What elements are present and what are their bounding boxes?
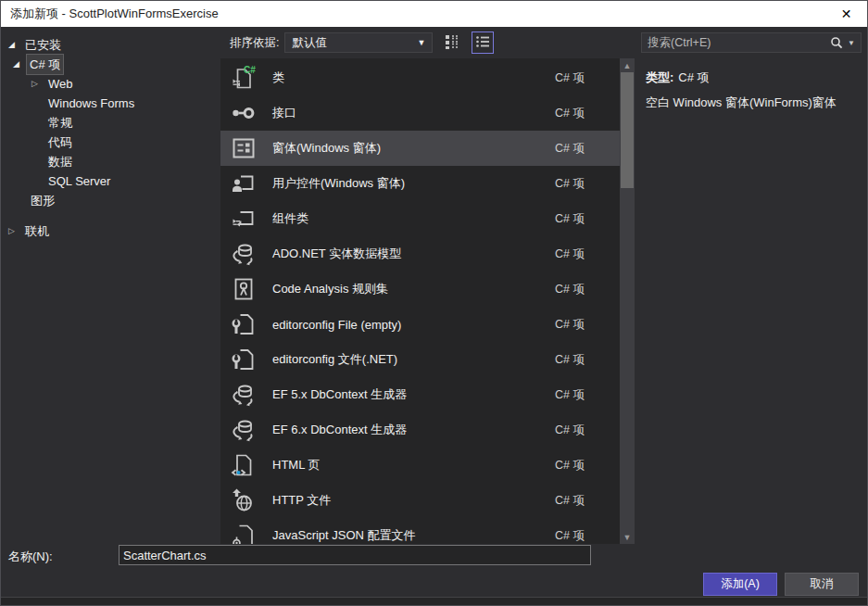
template-list-item[interactable]: editorconfig 文件(.NET)C# 项: [220, 342, 620, 377]
template-list: C# 类C# 项 接口C# 项 窗体(Windows 窗体)C# 项 用户控件(…: [220, 58, 620, 544]
template-name: Code Analysis 规则集: [272, 281, 388, 297]
interface-icon: [230, 99, 258, 127]
button-row: 添加(A) 取消: [1, 573, 867, 596]
template-name: 类: [272, 69, 284, 86]
template-name: 用户控件(Windows 窗体): [272, 175, 405, 192]
tree-item-label: C# 项: [26, 54, 64, 75]
template-list-item[interactable]: JavaScript JSON 配置文件C# 项: [220, 518, 620, 544]
close-icon[interactable]: ✕: [825, 1, 867, 27]
toolbar: 排序依据: 默认值 ▼: [220, 27, 867, 58]
template-type: C# 项: [555, 211, 585, 227]
template-list-item[interactable]: 组件类C# 项: [220, 201, 620, 236]
template-name: editorconfig 文件(.NET): [272, 351, 397, 368]
dbcontext-icon: [230, 381, 258, 409]
template-name: HTTP 文件: [272, 492, 331, 509]
csharp-class-icon: C#: [230, 64, 258, 92]
title-bar: 添加新项 - ScottPlotWinFormsExercise ✕: [1, 1, 867, 27]
search-input[interactable]: [642, 36, 830, 49]
dbcontext-icon: [230, 416, 258, 444]
template-name: ADO.NET 实体数据模型: [272, 246, 401, 262]
tree-item[interactable]: ◢C# 项: [1, 55, 220, 74]
svg-text:C#: C#: [244, 65, 256, 75]
tree-item-label: 已安装: [21, 34, 65, 56]
user-control-icon: [230, 170, 258, 197]
sort-by-dropdown[interactable]: 默认值 ▼: [284, 32, 433, 53]
name-row: 名称(N):: [1, 545, 867, 569]
tree-item[interactable]: 图形: [1, 191, 220, 210]
template-name: editorconfig File (empty): [272, 318, 401, 332]
html-page-icon: [230, 451, 258, 479]
tree-item[interactable]: SQL Server: [1, 171, 220, 191]
tree-item[interactable]: ◢已安装: [1, 35, 220, 55]
template-name: EF 6.x DbContext 生成器: [272, 422, 407, 438]
dialog-title: 添加新项 - ScottPlotWinFormsExercise: [10, 6, 219, 22]
template-list-item[interactable]: HTTP 文件C# 项: [220, 483, 620, 518]
add-new-item-dialog: 添加新项 - ScottPlotWinFormsExercise ✕ 排序依据:…: [0, 0, 868, 606]
component-icon: [230, 205, 258, 233]
tree-item[interactable]: 代码: [1, 133, 220, 152]
template-type: C# 项: [555, 352, 585, 368]
template-list-item[interactable]: editorconfig File (empty)C# 项: [220, 307, 620, 342]
template-details: 类型: C# 项 空白 Windows 窗体(WinForms)窗体: [636, 58, 867, 544]
template-list-item[interactable]: EF 6.x DbContext 生成器C# 项: [220, 412, 620, 448]
add-button[interactable]: 添加(A): [703, 573, 777, 596]
tree-item[interactable]: 常规: [1, 113, 220, 133]
template-name: EF 5.x DbContext 生成器: [272, 386, 407, 403]
template-list-item[interactable]: C# 类C# 项: [220, 60, 620, 95]
sort-by-value: 默认值: [292, 35, 327, 51]
scrollbar-thumb[interactable]: [621, 72, 634, 188]
tree-item-label: 联机: [21, 221, 53, 242]
expanded-triangle-icon[interactable]: ◢: [8, 35, 21, 55]
tree-item-label: Web: [44, 73, 77, 95]
template-type: C# 项: [555, 246, 585, 262]
template-type: C# 项: [555, 423, 585, 438]
tree-item-label: 图形: [27, 190, 58, 211]
category-tree: ◢已安装◢C# 项▷WebWindows Forms常规代码数据SQL Serv…: [1, 27, 220, 544]
template-list-item[interactable]: 窗体(Windows 窗体)C# 项: [220, 131, 620, 166]
expanded-triangle-icon[interactable]: ◢: [13, 55, 26, 74]
collapsed-triangle-icon[interactable]: ▷: [31, 74, 44, 94]
scroll-down-icon[interactable]: ▼: [620, 530, 635, 544]
tree-item-label: 代码: [44, 132, 76, 153]
windows-form-icon: [230, 134, 258, 162]
template-list-item[interactable]: EF 5.x DbContext 生成器C# 项: [220, 377, 620, 412]
rule-set-icon: [230, 275, 258, 303]
template-list-item[interactable]: ADO.NET 实体数据模型C# 项: [220, 236, 620, 271]
tree-item-label: 常规: [44, 112, 76, 133]
tree-item-label: Windows Forms: [44, 93, 138, 114]
tree-item[interactable]: ▷联机: [1, 221, 220, 241]
tree-item[interactable]: 数据: [1, 152, 220, 171]
collapsed-triangle-icon[interactable]: ▷: [8, 221, 21, 241]
template-type: C# 项: [555, 387, 585, 403]
template-list-item[interactable]: 接口C# 项: [220, 95, 620, 131]
search-box: ▼: [641, 32, 862, 53]
cancel-button[interactable]: 取消: [785, 573, 859, 596]
chevron-down-icon: ▼: [418, 38, 426, 47]
template-list-item[interactable]: HTML 页C# 项: [220, 448, 620, 483]
template-type: C# 项: [555, 70, 585, 86]
list-view-icon: [474, 33, 491, 53]
small-icons-view-button[interactable]: [441, 32, 463, 54]
search-options-chevron-icon[interactable]: ▼: [848, 39, 855, 47]
http-file-icon: [230, 486, 258, 514]
template-type: C# 项: [555, 528, 585, 544]
search-icon[interactable]: [830, 36, 843, 49]
template-list-item[interactable]: 用户控件(Windows 窗体)C# 项: [220, 166, 620, 201]
tree-item[interactable]: ▷Web: [1, 74, 220, 94]
template-type: C# 项: [555, 458, 585, 473]
template-type: C# 项: [555, 141, 585, 157]
template-name: 接口: [272, 105, 296, 121]
json-config-icon: [230, 522, 258, 544]
tree-item-label: SQL Server: [44, 170, 114, 192]
footer-strip: [1, 597, 867, 605]
template-type: C# 项: [555, 282, 585, 297]
template-name: JavaScript JSON 配置文件: [272, 527, 416, 544]
type-value: C# 项: [678, 69, 709, 86]
tree-item-label: 数据: [44, 151, 76, 172]
scroll-up-icon[interactable]: ▲: [620, 58, 635, 72]
item-name-input[interactable]: [119, 545, 591, 565]
tree-item[interactable]: Windows Forms: [1, 94, 220, 113]
list-scrollbar[interactable]: ▲ ▼: [620, 58, 635, 544]
template-list-item[interactable]: Code Analysis 规则集C# 项: [220, 271, 620, 307]
list-view-button[interactable]: [472, 32, 494, 54]
